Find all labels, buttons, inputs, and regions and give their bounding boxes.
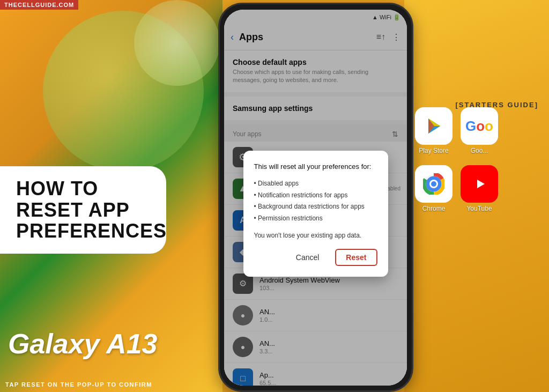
chrome-icon <box>415 165 452 203</box>
dialog-buttons: Cancel Reset <box>254 249 377 266</box>
right-icons-area: Play Store Goo Goo... <box>415 107 544 212</box>
icon-row-1: Play Store Goo Goo... <box>415 107 544 154</box>
icon-row-2: Chrome YouTube <box>415 165 544 212</box>
dialog-note: You won't lose your existing app data. <box>254 231 377 240</box>
galaxy-label: Galaxy A13 <box>0 328 193 360</box>
how-to-title: HOW TORESET APPPREFERENCES <box>16 178 150 242</box>
svg-point-7 <box>431 181 436 187</box>
chrome-wrapper[interactable]: Chrome <box>415 165 452 212</box>
google-label: Goo... <box>471 147 488 154</box>
google-wrapper[interactable]: Goo Goo... <box>461 107 498 154</box>
chrome-label: Chrome <box>422 205 446 212</box>
bottom-caption: TAP RESET ON THE POP-UP TO CONFIRM <box>5 381 152 388</box>
site-label: THECELLGUIDE.COM <box>0 0 78 10</box>
phone-screen: ▲ WiFi 🔋 ‹ Apps ≡↑ ⋮ Choose default apps… <box>224 10 407 386</box>
device-name: Galaxy A13 <box>8 328 193 360</box>
cancel-button[interactable]: Cancel <box>291 250 325 265</box>
dialog-bullet-4: • Permission restrictions <box>254 213 377 225</box>
youtube-wrapper[interactable]: YouTube <box>461 165 498 212</box>
play-store-label: Play Store <box>419 147 448 154</box>
decorative-circle-small <box>134 0 220 86</box>
dialog-title: This will reset all your preferences for… <box>254 161 377 172</box>
how-to-box: HOW TORESET APPPREFERENCES <box>0 166 166 254</box>
dialog-bullet-2: • Notification restrictions for apps <box>254 190 377 202</box>
dialog-bullet-1: • Disabled apps <box>254 178 377 190</box>
youtube-icon <box>461 165 498 203</box>
svg-marker-8 <box>477 180 485 188</box>
google-icon: Goo <box>461 107 498 145</box>
dialog-overlay: This will reset all your preferences for… <box>224 10 407 386</box>
play-store-icon <box>415 107 452 145</box>
reset-dialog: This will reset all your preferences for… <box>243 151 388 277</box>
dialog-bullet-3: • Background data restrictions for apps <box>254 201 377 213</box>
reset-button[interactable]: Reset <box>335 249 377 266</box>
youtube-label: YouTube <box>466 205 492 212</box>
dialog-list: • Disabled apps • Notification restricti… <box>254 178 377 224</box>
play-store-wrapper[interactable]: Play Store <box>415 107 452 154</box>
